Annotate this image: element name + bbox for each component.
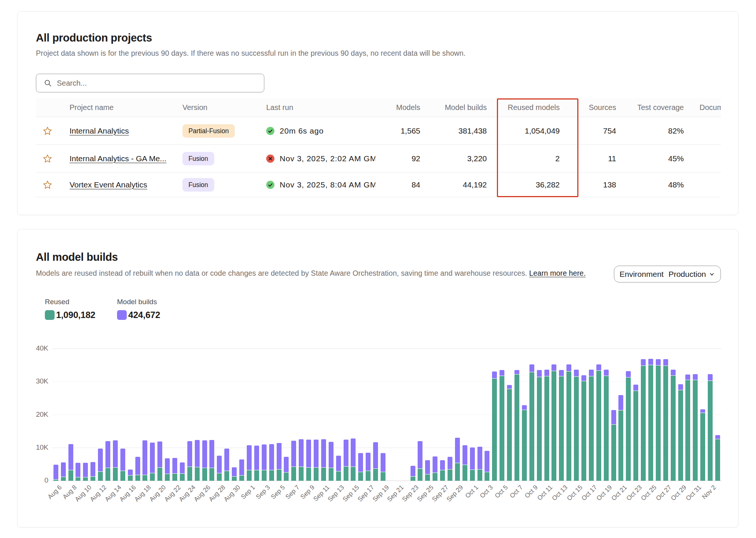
x-tick-label: Aug 12 xyxy=(89,484,108,503)
bar-reused xyxy=(648,365,653,481)
model-builds-cell: 381,438 xyxy=(420,117,487,144)
bar-reused xyxy=(336,471,341,481)
x-tick-label: Oct 29 xyxy=(670,484,688,502)
legend-reused[interactable]: Reused 1,090,182 xyxy=(45,298,95,320)
column-header-reused-models[interactable]: Reused models xyxy=(487,98,560,117)
learn-more-link[interactable]: Learn more here. xyxy=(529,269,586,277)
legend-reused-label: Reused xyxy=(45,298,95,306)
reused-models-cell: 1,054,049 xyxy=(487,117,560,144)
x-tick-label: Sep 15 xyxy=(341,484,361,503)
reused-models-cell: 36,282 xyxy=(487,172,560,197)
bar-reused xyxy=(514,375,519,481)
bar-reused xyxy=(611,425,616,481)
column-header-model-builds[interactable]: Model builds xyxy=(420,98,487,117)
bar-reused xyxy=(209,468,214,481)
bar-reused xyxy=(455,463,460,481)
legend-model-builds-label: Model builds xyxy=(117,298,160,306)
y-tick-label: 40K xyxy=(22,344,48,352)
docs-cell xyxy=(684,172,721,197)
bar-model-builds xyxy=(656,359,661,365)
bar-reused xyxy=(462,465,467,481)
column-header-docum[interactable]: Docum xyxy=(684,98,721,117)
bar-reused xyxy=(715,439,720,481)
column-header-version[interactable]: Version xyxy=(173,98,259,117)
favorite-star-icon[interactable] xyxy=(43,154,52,163)
y-tick-label: 0 xyxy=(22,476,48,484)
bar-reused xyxy=(120,471,125,481)
bar-model-builds xyxy=(157,441,162,467)
x-tick-label: Sep 29 xyxy=(445,484,465,503)
docs-cell xyxy=(684,117,721,144)
models-cell: 1,565 xyxy=(375,117,420,144)
bar-model-builds xyxy=(574,370,579,376)
bar-model-builds xyxy=(284,457,289,472)
bar-reused xyxy=(700,413,705,481)
star-cell xyxy=(36,172,62,197)
test-coverage-cell: 48% xyxy=(616,172,684,197)
bar-reused xyxy=(232,477,237,481)
x-tick-label: Aug 24 xyxy=(178,484,197,503)
production-projects-card: All production projects Project data sho… xyxy=(17,11,738,215)
x-tick-label: Oct 3 xyxy=(479,484,495,500)
x-tick-label: Sep 17 xyxy=(356,484,376,503)
x-tick-label: Aug 26 xyxy=(193,484,212,503)
bar-reused xyxy=(61,477,66,481)
bar-reused xyxy=(90,477,95,481)
bar-reused xyxy=(113,468,118,481)
bar-model-builds xyxy=(172,458,177,473)
bar-model-builds xyxy=(551,364,556,371)
table-row[interactable]: Internal AnalyticsPartial-Fusion20m 6s a… xyxy=(36,117,721,145)
docs-cell xyxy=(684,145,721,172)
column-header-sources[interactable]: Sources xyxy=(560,98,616,117)
x-tick-label: Aug 22 xyxy=(163,484,182,503)
environment-select[interactable]: Environment Production xyxy=(614,266,721,282)
version-badge: Fusion xyxy=(182,178,214,192)
bar-model-builds xyxy=(685,375,690,380)
environment-select-value: Production xyxy=(669,270,706,279)
column-header-test-coverage[interactable]: Test coverage xyxy=(616,98,684,117)
models-cell: 84 xyxy=(375,172,420,197)
bar-reused xyxy=(351,467,356,481)
bar-model-builds xyxy=(291,441,296,467)
bar-model-builds xyxy=(239,459,244,475)
favorite-star-icon[interactable] xyxy=(43,180,52,190)
bar-reused xyxy=(425,474,430,481)
bar-reused xyxy=(53,480,58,481)
x-tick-label: Oct 11 xyxy=(536,484,554,502)
bar-reused xyxy=(224,471,229,481)
bar-model-builds xyxy=(381,453,385,472)
bar-model-builds xyxy=(544,370,549,376)
column-header-models[interactable]: Models xyxy=(375,98,420,117)
table-row[interactable]: Vortex Event AnalyticsFusionNov 3, 2025,… xyxy=(36,172,721,197)
legend-model-builds[interactable]: Model builds 424,672 xyxy=(117,298,160,320)
bar-reused xyxy=(641,366,646,481)
x-tick-label: Oct 13 xyxy=(550,484,569,502)
model-builds-chart: 010K20K30K40KAug 6Aug 8Aug 10Aug 12Aug 1… xyxy=(52,349,722,481)
column-header-last-run[interactable]: Last run xyxy=(259,98,375,117)
bar-reused xyxy=(277,470,282,481)
project-name-link[interactable]: Internal Analytics - GA Me... xyxy=(70,154,166,163)
legend-model-builds-swatch xyxy=(117,310,127,320)
project-name-link[interactable]: Vortex Event Analytics xyxy=(70,180,147,189)
search-input[interactable] xyxy=(57,79,264,88)
x-tick-label: Sep 19 xyxy=(371,484,390,503)
bar-model-builds xyxy=(165,458,170,474)
bar-reused xyxy=(470,470,475,481)
favorite-star-icon[interactable] xyxy=(43,126,52,136)
bar-model-builds xyxy=(522,405,527,410)
run-success-icon xyxy=(266,181,274,189)
bar-model-builds xyxy=(180,462,185,473)
table-row[interactable]: Internal Analytics - GA Me...FusionNov 3… xyxy=(36,145,721,172)
project-name-cell: Vortex Event Analytics xyxy=(62,172,173,197)
bar-reused xyxy=(626,377,631,481)
bar-reused xyxy=(239,476,244,481)
column-header-project-name[interactable]: Project name xyxy=(62,98,173,117)
project-name-link[interactable]: Internal Analytics xyxy=(70,126,129,135)
version-cell: Fusion xyxy=(173,145,259,172)
bar-reused xyxy=(574,377,579,481)
bar-model-builds xyxy=(418,441,422,468)
bar-model-builds xyxy=(329,442,334,468)
bar-reused xyxy=(142,475,147,481)
version-badge: Fusion xyxy=(182,152,214,165)
search-box[interactable] xyxy=(36,74,264,92)
